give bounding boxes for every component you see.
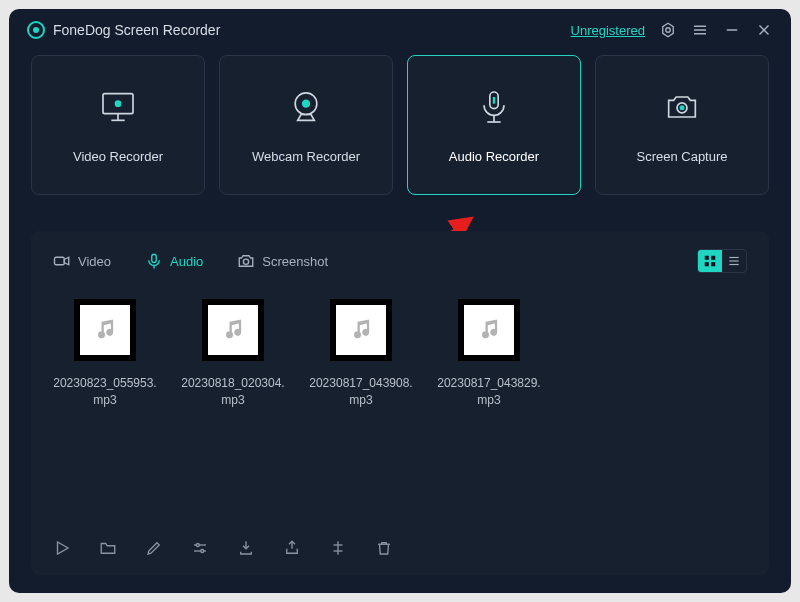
menu-icon[interactable]	[691, 21, 709, 39]
music-note-icon	[208, 305, 258, 355]
trash-icon[interactable]	[375, 539, 393, 557]
mode-screen-capture[interactable]: Screen Capture	[595, 55, 769, 195]
mode-video-recorder[interactable]: Video Recorder	[31, 55, 205, 195]
svg-rect-25	[705, 256, 709, 260]
camera-icon	[662, 87, 702, 127]
mode-audio-recorder[interactable]: Audio Recorder	[407, 55, 581, 195]
music-note-icon	[464, 305, 514, 355]
music-note-icon	[336, 305, 386, 355]
mode-label: Webcam Recorder	[252, 149, 360, 164]
file-item[interactable]: 20230818_020304.mp3	[181, 299, 285, 409]
file-thumbnail	[330, 299, 392, 361]
file-name: 20230817_043908.mp3	[309, 375, 413, 409]
play-icon[interactable]	[53, 539, 71, 557]
edit-icon[interactable]	[145, 539, 163, 557]
title-bar: FoneDog Screen Recorder Unregistered	[9, 9, 791, 49]
monitor-icon	[98, 87, 138, 127]
tab-audio[interactable]: Audio	[145, 252, 203, 270]
library-panel: Video Audio Screenshot	[31, 231, 769, 575]
svg-rect-26	[711, 256, 715, 260]
share-icon[interactable]	[283, 539, 301, 557]
settings-icon[interactable]	[659, 21, 677, 39]
app-logo-icon	[27, 21, 45, 39]
file-item[interactable]: 20230817_043908.mp3	[309, 299, 413, 409]
svg-rect-21	[55, 257, 65, 265]
file-item[interactable]: 20230817_043829.mp3	[437, 299, 541, 409]
file-thumbnail	[458, 299, 520, 361]
app-window: FoneDog Screen Recorder Unregistered	[9, 9, 791, 593]
grid-view-button[interactable]	[698, 250, 722, 272]
library-toolbar	[31, 523, 769, 575]
mode-label: Audio Recorder	[449, 149, 539, 164]
svg-marker-32	[58, 542, 69, 554]
svg-point-11	[115, 100, 122, 107]
sliders-icon[interactable]	[191, 539, 209, 557]
svg-rect-22	[152, 254, 157, 262]
microphone-icon	[145, 252, 163, 270]
tab-video[interactable]: Video	[53, 252, 111, 270]
music-note-icon	[80, 305, 130, 355]
folder-icon[interactable]	[99, 539, 117, 557]
mode-label: Video Recorder	[73, 149, 163, 164]
svg-point-34	[196, 544, 199, 547]
tab-label: Video	[78, 254, 111, 269]
file-name: 20230818_020304.mp3	[181, 375, 285, 409]
app-title: FoneDog Screen Recorder	[53, 22, 220, 38]
tab-label: Screenshot	[262, 254, 328, 269]
mode-tiles: Video Recorder Webcam Recorder	[9, 49, 791, 195]
file-thumbnail	[202, 299, 264, 361]
file-item[interactable]: 20230823_055953.mp3	[53, 299, 157, 409]
svg-marker-0	[663, 23, 674, 37]
import-icon[interactable]	[237, 539, 255, 557]
tab-label: Audio	[170, 254, 203, 269]
svg-point-1	[666, 28, 671, 33]
title-bar-controls: Unregistered	[571, 21, 773, 39]
file-thumbnail	[74, 299, 136, 361]
file-name: 20230823_055953.mp3	[53, 375, 157, 409]
convert-icon[interactable]	[329, 539, 347, 557]
mode-label: Screen Capture	[636, 149, 727, 164]
svg-point-19	[680, 105, 685, 110]
list-view-button[interactable]	[722, 250, 746, 272]
svg-point-24	[244, 259, 249, 264]
unregistered-link[interactable]: Unregistered	[571, 23, 645, 38]
library-tabs: Video Audio Screenshot	[31, 231, 769, 287]
svg-rect-27	[705, 262, 709, 266]
camera-icon	[237, 252, 255, 270]
webcam-icon	[286, 87, 326, 127]
microphone-icon	[474, 87, 514, 127]
minimize-icon[interactable]	[723, 21, 741, 39]
tab-screenshot[interactable]: Screenshot	[237, 252, 328, 270]
close-icon[interactable]	[755, 21, 773, 39]
video-icon	[53, 252, 71, 270]
view-toggle	[697, 249, 747, 273]
file-name: 20230817_043829.mp3	[437, 375, 541, 409]
svg-rect-28	[711, 262, 715, 266]
mode-webcam-recorder[interactable]: Webcam Recorder	[219, 55, 393, 195]
svg-point-36	[201, 550, 204, 553]
file-grid: 20230823_055953.mp320230818_020304.mp320…	[31, 287, 769, 421]
svg-point-13	[302, 99, 310, 107]
